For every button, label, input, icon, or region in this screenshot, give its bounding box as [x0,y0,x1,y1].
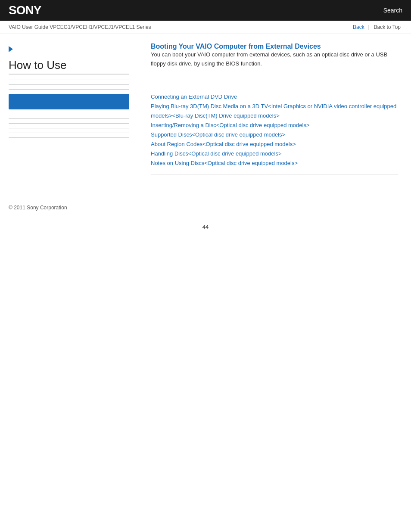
page-number: 44 [0,215,411,239]
header: SONY Search [0,0,411,21]
breadcrumb-bar: VAIO User Guide VPCEG1/VPCEH1/VPCEJ1/VPC… [0,21,411,34]
sony-logo: SONY [9,3,41,17]
sidebar-divider-6 [9,123,129,124]
copyright-text: © 2011 Sony Corporation [9,205,67,211]
sidebar: How to Use [0,34,138,183]
sidebar-highlight-item[interactable] [9,94,129,109]
content-link-3[interactable]: Supported Discs<Optical disc drive equip… [151,130,398,140]
sidebar-divider-8 [9,133,129,133]
footer: © 2011 Sony Corporation [0,196,411,215]
nav-links: Back | Back to Top [353,24,402,30]
back-link[interactable]: Back [353,24,364,30]
sidebar-divider-1 [9,80,129,80]
content-divider [151,86,398,86]
main-content: How to Use Booting Your VAIO Computer fr… [0,34,411,183]
breadcrumb-text: VAIO User Guide VPCEG1/VPCEH1/VPCEJ1/VPC… [9,24,151,30]
links-section: Connecting an External DVD DrivePlaying … [151,92,398,175]
search-button[interactable]: Search [383,7,402,14]
content-title[interactable]: Booting Your VAIO Computer from External… [151,43,321,50]
sidebar-divider-3 [9,89,129,90]
chevron-right-icon[interactable] [9,46,13,52]
sidebar-divider-9 [9,137,129,138]
back-to-top-label: Back to Top [374,24,401,30]
content-link-6[interactable]: Notes on Using Discs<Optical disc drive … [151,159,398,168]
nav-separator: | [367,24,370,30]
sidebar-title: How to Use [9,59,129,75]
sidebar-divider-2 [9,84,129,85]
content-link-0[interactable]: Connecting an External DVD Drive [151,92,398,102]
sidebar-divider-7 [9,128,129,128]
sidebar-divider-5 [9,118,129,119]
content-area: Booting Your VAIO Computer from External… [138,34,411,183]
sidebar-divider-4 [9,114,129,114]
content-link-4[interactable]: About Region Codes<Optical disc drive eq… [151,140,398,149]
content-link-5[interactable]: Handling Discs<Optical disc drive equipp… [151,149,398,159]
content-link-2[interactable]: Inserting/Removing a Disc<Optical disc d… [151,121,398,130]
content-link-1[interactable]: Playing Blu-ray 3D(TM) Disc Media on a 3… [151,102,398,121]
back-to-top-link[interactable]: Back to Top [372,24,402,30]
content-description: You can boot your VAIO computer from ext… [151,50,398,77]
